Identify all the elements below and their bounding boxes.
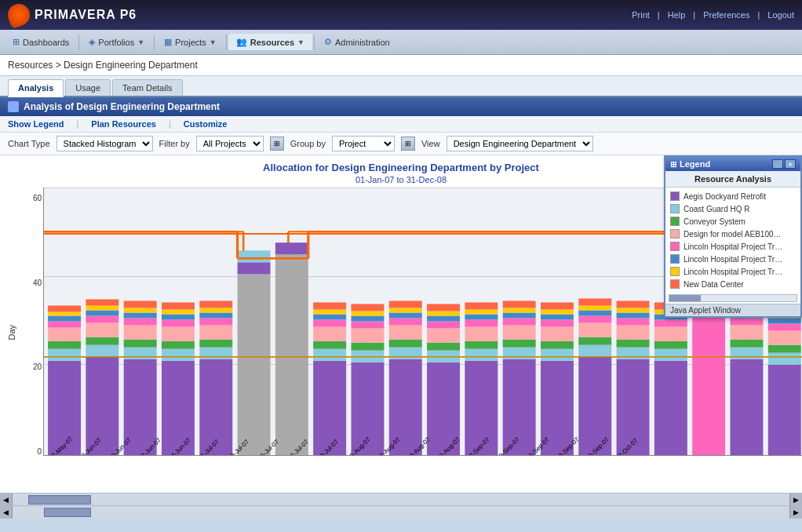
svg-rect-35 bbox=[162, 314, 195, 319]
preferences-link[interactable]: Preferences bbox=[703, 10, 749, 20]
legend-section-title: Resource Analysis bbox=[665, 171, 800, 188]
x-label-11: 12-Aug-07 bbox=[376, 454, 402, 456]
second-scrollbar[interactable]: ◀ ▶ bbox=[0, 505, 802, 518]
scroll2-right-btn[interactable]: ▶ bbox=[789, 506, 802, 519]
svg-rect-142 bbox=[730, 326, 763, 340]
bottom-scrollbar[interactable]: ◀ ▶ bbox=[0, 493, 802, 505]
x-label-5: 01-Jul-07 bbox=[197, 454, 221, 456]
svg-rect-112 bbox=[578, 310, 611, 315]
help-link[interactable]: Help bbox=[668, 10, 686, 20]
x-label-8: 22-Jul-07 bbox=[286, 454, 310, 456]
bottom-scroll-thumb[interactable] bbox=[28, 495, 91, 505]
scroll-right-btn[interactable]: ▶ bbox=[789, 494, 802, 506]
svg-rect-151 bbox=[768, 324, 801, 331]
x-label-10: 05-Aug-07 bbox=[346, 454, 372, 456]
scroll-left-btn[interactable]: ◀ bbox=[0, 494, 13, 506]
x-label-0: 27-May-07 bbox=[48, 454, 74, 456]
svg-rect-143 bbox=[730, 318, 763, 325]
svg-rect-70 bbox=[389, 326, 422, 340]
logout-link[interactable]: Logout bbox=[767, 10, 794, 20]
filter-bar: Chart Type Stacked Histogram Filter by A… bbox=[0, 133, 802, 155]
svg-rect-41 bbox=[199, 326, 232, 340]
tab-team-details[interactable]: Team Details bbox=[112, 79, 183, 96]
svg-rect-98 bbox=[503, 301, 536, 308]
filter-by-select[interactable]: All Projects bbox=[196, 136, 264, 151]
show-legend-link[interactable]: Show Legend bbox=[8, 119, 64, 129]
svg-rect-13 bbox=[48, 305, 81, 312]
portfolios-label: Portfolios bbox=[98, 38, 134, 47]
svg-rect-141 bbox=[730, 340, 763, 348]
breadcrumb: Resources > Design Engineering Departmen… bbox=[0, 55, 802, 76]
second-scroll-thumb[interactable] bbox=[44, 508, 91, 517]
nav-dashboards[interactable]: ⊞ Dashboards bbox=[5, 34, 77, 50]
administration-label: Administration bbox=[335, 38, 390, 47]
second-scroll-track bbox=[13, 506, 789, 518]
group-by-button[interactable]: ⊞ bbox=[401, 137, 415, 151]
svg-rect-54 bbox=[313, 327, 346, 341]
header-links: Print | Help | Preferences | Logout bbox=[632, 10, 794, 20]
legend-close-button[interactable]: × bbox=[785, 159, 796, 169]
chart-type-select[interactable]: Stacked Histogram bbox=[57, 136, 153, 151]
legend-scroll-thumb[interactable] bbox=[669, 295, 701, 301]
svg-rect-84 bbox=[465, 349, 498, 361]
svg-rect-50 bbox=[275, 242, 308, 254]
header-sep2: | bbox=[693, 10, 695, 20]
app-name: PRIMAVERA P6 bbox=[35, 8, 137, 22]
tab-usage[interactable]: Usage bbox=[65, 79, 111, 96]
svg-rect-32 bbox=[162, 341, 195, 349]
svg-rect-31 bbox=[162, 349, 195, 361]
svg-rect-114 bbox=[578, 298, 611, 305]
svg-rect-87 bbox=[465, 319, 498, 326]
nav-resources[interactable]: 👥 Resources ▼ bbox=[228, 34, 312, 50]
legend-item-7: New Data Center bbox=[670, 278, 796, 290]
customize-link[interactable]: Customize bbox=[184, 119, 228, 129]
svg-rect-111 bbox=[578, 315, 611, 322]
svg-rect-89 bbox=[465, 309, 498, 314]
svg-rect-101 bbox=[541, 341, 574, 349]
logo-area: PRIMAVERA P6 bbox=[8, 4, 137, 26]
projects-label: Projects bbox=[175, 38, 206, 47]
legend-item-4: Lincoln Hospital Project Traum bbox=[670, 240, 796, 253]
y-axis-label: Day bbox=[7, 325, 16, 341]
print-link[interactable]: Print bbox=[632, 10, 650, 20]
svg-rect-86 bbox=[465, 327, 498, 341]
nav-divider-4 bbox=[314, 35, 315, 50]
legend-color-1 bbox=[670, 204, 680, 213]
legend-color-6 bbox=[670, 267, 680, 276]
toolbar-sep-1: | bbox=[77, 119, 79, 129]
svg-rect-118 bbox=[617, 326, 650, 340]
header-sep3: | bbox=[757, 10, 760, 20]
nav-projects[interactable]: ▦ Projects ▼ bbox=[156, 34, 224, 50]
legend-label-5: Lincoln Hospital Project Traum bbox=[684, 255, 786, 264]
x-label-17: 23-Sep-07 bbox=[555, 454, 581, 456]
legend-minimize-button[interactable]: _ bbox=[772, 159, 783, 169]
view-select[interactable]: Design Engineering Department bbox=[447, 136, 593, 151]
legend-label-4: Lincoln Hospital Project Traum bbox=[684, 242, 786, 251]
legend-item-3: Design for model AEB1000 S.F. bbox=[670, 228, 796, 240]
legend-color-7 bbox=[670, 279, 680, 289]
filter-by-button[interactable]: ⊞ bbox=[270, 137, 284, 151]
toolbar-sep-2: | bbox=[169, 119, 171, 129]
svg-rect-9 bbox=[48, 328, 81, 341]
x-label-9: 29-Jul-07 bbox=[316, 454, 340, 456]
svg-rect-28 bbox=[124, 308, 157, 312]
portfolios-arrow: ▼ bbox=[137, 38, 144, 46]
nav-administration[interactable]: ⚙ Administration bbox=[316, 34, 398, 50]
svg-rect-127 bbox=[654, 319, 687, 326]
legend-scrollbar[interactable] bbox=[669, 294, 797, 302]
svg-rect-64 bbox=[351, 315, 384, 321]
main-content: Analysis of Design Engineering Departmen… bbox=[0, 97, 802, 518]
resources-label: Resources bbox=[250, 38, 294, 47]
svg-rect-90 bbox=[465, 302, 498, 309]
bottom-scroll-track bbox=[13, 494, 789, 505]
scroll2-left-btn[interactable]: ◀ bbox=[0, 506, 13, 519]
legend-label-3: Design for model AEB1000 S.F. bbox=[684, 230, 786, 239]
svg-rect-122 bbox=[617, 301, 650, 308]
svg-rect-42 bbox=[199, 318, 232, 325]
group-by-select[interactable]: Project bbox=[332, 136, 395, 151]
plan-resources-link[interactable]: Plan Resources bbox=[91, 119, 156, 129]
svg-rect-148 bbox=[768, 353, 801, 365]
legend-item-6: Lincoln Hospital Project Traum bbox=[670, 265, 796, 278]
nav-portfolios[interactable]: ◈ Portfolios ▼ bbox=[81, 34, 152, 50]
tab-analysis[interactable]: Analysis bbox=[8, 79, 64, 97]
